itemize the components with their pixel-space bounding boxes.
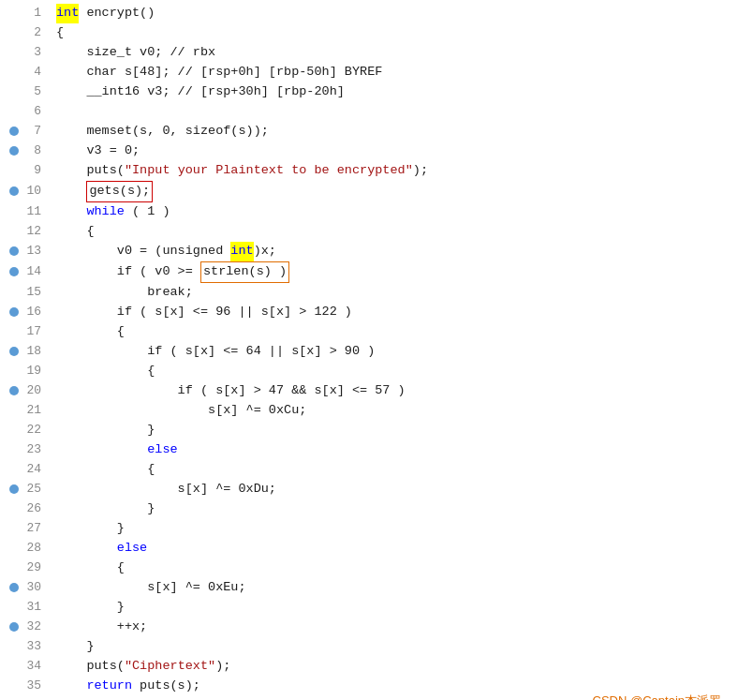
code-token: } — [56, 499, 155, 519]
line-content: break; — [49, 283, 738, 303]
line-content: if ( s[x] <= 96 || s[x] > 122 ) — [49, 303, 738, 322]
code-token: puts( — [56, 161, 125, 181]
line-gutter: 11 — [0, 202, 49, 221]
breakpoint-dot[interactable] — [9, 386, 19, 395]
code-token: while — [86, 202, 125, 222]
code-line: 27 } — [0, 519, 738, 539]
code-line: 5 __int16 v3; // [rsp+30h] [rbp-20h] — [0, 82, 738, 102]
line-number: 20 — [22, 381, 41, 400]
code-line: 21 s[x] ^= 0xCu; — [0, 401, 738, 421]
line-gutter: 32 — [0, 618, 49, 636]
code-token: v3 = 0; — [56, 141, 140, 161]
line-content: if ( s[x] <= 64 || s[x] > 90 ) — [49, 342, 738, 362]
line-number: 28 — [22, 539, 41, 558]
breakpoint-dot[interactable] — [9, 146, 19, 156]
line-content: else — [49, 440, 738, 460]
code-token: s[x] ^= 0xDu; — [56, 480, 276, 499]
code-token: else — [147, 440, 177, 460]
code-token: ); — [413, 161, 428, 181]
code-line: 17 { — [0, 322, 738, 342]
breakpoint-dot[interactable] — [9, 267, 19, 276]
line-number: 15 — [22, 283, 41, 302]
line-content: { — [49, 460, 738, 480]
line-number: 13 — [22, 242, 41, 261]
line-gutter: 14 — [0, 262, 49, 281]
code-line: 12 { — [0, 222, 738, 242]
code-line: 3 size_t v0; // rbx — [0, 43, 738, 63]
code-token: puts(s); — [132, 677, 200, 696]
code-line: 14 if ( v0 >= strlen(s) ) — [0, 261, 738, 283]
code-token: { — [56, 322, 125, 342]
code-line: 31 } — [0, 598, 738, 618]
line-gutter: 36 — [0, 696, 49, 700]
code-line: 7 memset(s, 0, sizeof(s)); — [0, 122, 738, 141]
code-line: 4 char s[48]; // [rsp+0h] [rbp-50h] BYRE… — [0, 63, 738, 82]
line-number: 14 — [22, 262, 41, 281]
code-token — [56, 182, 86, 201]
line-number: 12 — [22, 222, 41, 241]
code-token: s[x] ^= 0xEu; — [56, 578, 246, 598]
breakpoint-dot[interactable] — [9, 347, 19, 356]
code-line: 23 else — [0, 440, 738, 460]
line-content: puts("Input your Plaintext to be encrypt… — [49, 161, 738, 181]
line-number: 33 — [22, 637, 41, 656]
code-container: 1int encrypt()2{3 size_t v0; // rbx4 cha… — [0, 0, 738, 700]
line-number: 19 — [22, 362, 41, 380]
code-token: } — [56, 519, 125, 539]
code-token: break; — [56, 283, 193, 303]
line-gutter: 27 — [0, 519, 49, 538]
code-token: "Input your Plaintext to be encrypted" — [125, 161, 413, 181]
code-token: return — [86, 677, 132, 696]
line-gutter: 22 — [0, 421, 49, 439]
breakpoint-dot[interactable] — [9, 246, 19, 256]
breakpoint-dot[interactable] — [9, 186, 19, 196]
line-content: } — [49, 598, 738, 618]
code-token: encrypt() — [79, 4, 155, 23]
code-line: 11 while ( 1 ) — [0, 202, 738, 222]
code-token: v0 = (unsigned — [56, 242, 230, 261]
code-line: 8 v3 = 0; — [0, 141, 738, 161]
line-content: { — [49, 23, 738, 43]
code-line: 25 s[x] ^= 0xDu; — [0, 480, 738, 499]
code-token: } — [56, 421, 155, 440]
code-line: 30 s[x] ^= 0xEu; — [0, 578, 738, 598]
breakpoint-dot[interactable] — [9, 307, 19, 317]
breakpoint-dot[interactable] — [9, 127, 19, 136]
line-number: 18 — [22, 342, 41, 361]
line-gutter: 20 — [0, 381, 49, 400]
breakpoint-dot[interactable] — [9, 622, 19, 632]
line-number: 16 — [22, 303, 41, 321]
line-gutter: 25 — [0, 480, 49, 499]
code-line: 22 } — [0, 421, 738, 440]
code-line: 19 { — [0, 362, 738, 381]
line-number: 1 — [22, 4, 41, 22]
code-token: "Ciphertext" — [125, 657, 215, 677]
line-gutter: 2 — [0, 23, 49, 42]
code-token — [56, 440, 147, 460]
line-gutter: 17 — [0, 322, 49, 341]
code-token: { — [56, 460, 155, 480]
line-gutter: 33 — [0, 637, 49, 656]
code-line: 6 — [0, 102, 738, 122]
line-content: } — [49, 637, 738, 657]
code-line: 29 { — [0, 559, 738, 578]
line-gutter: 34 — [0, 657, 49, 676]
code-line: 9 puts("Input your Plaintext to be encry… — [0, 161, 738, 181]
breakpoint-dot[interactable] — [9, 583, 19, 592]
code-line: 20 if ( s[x] > 47 && s[x] <= 57 ) — [0, 381, 738, 401]
code-token: { — [56, 362, 155, 381]
line-content: __int16 v3; // [rsp+30h] [rbp-20h] — [49, 82, 738, 102]
line-number: 10 — [22, 182, 41, 201]
line-number: 27 — [22, 519, 41, 538]
line-content: } — [49, 519, 738, 539]
code-token: } — [56, 637, 95, 657]
line-gutter: 28 — [0, 539, 49, 558]
breakpoint-dot[interactable] — [9, 484, 19, 494]
line-content: memset(s, 0, sizeof(s)); — [49, 122, 738, 141]
code-token: if ( s[x] <= 64 || s[x] > 90 ) — [56, 342, 375, 362]
code-token: gets(s); — [86, 181, 153, 202]
line-number: 35 — [22, 677, 41, 695]
line-content: v3 = 0; — [49, 141, 738, 161]
line-gutter: 12 — [0, 222, 49, 241]
code-token: char s[48]; // [rsp+0h] [rbp-50h] BYREF — [56, 63, 382, 82]
